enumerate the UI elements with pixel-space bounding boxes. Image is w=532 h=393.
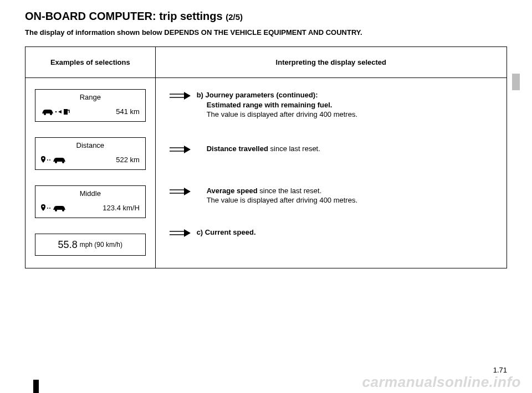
- interpret-row: b) Journey parameters (continued): Estim…: [162, 90, 500, 120]
- interpreting-cell: b) Journey parameters (continued): Estim…: [155, 78, 507, 268]
- svg-point-14: [62, 209, 64, 211]
- subtitle: The display of information shown below D…: [25, 28, 507, 37]
- arrow-right-icon: [168, 229, 191, 237]
- svg-point-10: [42, 206, 44, 208]
- interpret-text: since the last reset.: [259, 187, 321, 195]
- display-box-distance: Distance 522 km: [35, 137, 146, 170]
- interpret-row: Average speed since the last reset. The …: [162, 186, 500, 205]
- svg-point-0: [44, 113, 46, 115]
- page-number: 1.71: [493, 366, 507, 374]
- corner-mark: [33, 380, 39, 393]
- display-box-middle: Middle 123.4 km/H: [35, 185, 146, 218]
- speed-unit: mph (90 km/h): [80, 241, 122, 249]
- svg-marker-23: [184, 188, 191, 195]
- page-title: ON-BOARD COMPUTER: trip settings (2/5): [25, 10, 507, 23]
- interpret-heading: c) Current speed.: [197, 227, 256, 237]
- svg-point-13: [55, 209, 57, 211]
- interpret-bold: Distance travelled: [207, 144, 270, 153]
- header-interpreting: Interpreting the display selected: [155, 47, 507, 78]
- interpret-text: The value is displayed after driving 400…: [207, 110, 357, 118]
- svg-marker-20: [184, 146, 191, 153]
- interpret-heading: b) Journey parameters (continued):: [197, 90, 357, 100]
- examples-cell: Range 541 km: [25, 78, 156, 268]
- interpret-text: since last reset.: [270, 144, 320, 153]
- display-label: Middle: [41, 189, 140, 198]
- title-sub: (2/5): [226, 12, 243, 22]
- svg-point-6: [47, 159, 48, 161]
- svg-point-11: [47, 208, 48, 209]
- svg-point-5: [42, 158, 44, 159]
- interpret-bold: Estimated range with remaining fuel.: [207, 101, 332, 109]
- svg-rect-4: [64, 109, 68, 115]
- svg-point-7: [49, 159, 50, 161]
- svg-point-1: [50, 113, 52, 115]
- svg-point-2: [55, 111, 57, 112]
- title-main: ON-BOARD COMPUTER: trip settings: [25, 10, 223, 22]
- display-box-speed: 55.8 mph (90 km/h): [35, 234, 146, 256]
- svg-point-12: [49, 208, 50, 209]
- display-label: Distance: [41, 141, 140, 149]
- arrow-right-icon: [168, 145, 191, 154]
- arrow-right-icon: [168, 187, 191, 196]
- interpret-row: c) Current speed.: [162, 227, 500, 237]
- header-examples: Examples of selections: [25, 47, 156, 78]
- display-value: 541 km: [116, 107, 140, 116]
- pin-car-icon: [41, 155, 71, 164]
- svg-point-8: [55, 161, 57, 163]
- speed-value: 55.8: [58, 239, 78, 251]
- arrow-right-icon: [168, 91, 191, 100]
- display-box-range: Range 541 km: [35, 89, 146, 122]
- svg-point-9: [62, 161, 64, 163]
- display-value: 123.4 km/H: [103, 204, 139, 212]
- side-tab: [512, 74, 520, 90]
- svg-marker-26: [184, 229, 191, 237]
- settings-table: Examples of selections Interpreting the …: [25, 46, 507, 268]
- interpret-bold: Average speed: [207, 187, 260, 195]
- pin-car-icon: [41, 203, 71, 212]
- svg-marker-17: [184, 92, 191, 100]
- watermark: carmanualsonline.info: [362, 374, 521, 391]
- display-label: Range: [41, 93, 140, 101]
- display-value: 522 km: [116, 156, 140, 164]
- interpret-row: Distance travelled since last reset.: [162, 144, 500, 154]
- car-fuel-icon: [41, 107, 71, 116]
- svg-marker-3: [58, 110, 62, 113]
- interpret-text: The value is displayed after driving 400…: [207, 196, 357, 204]
